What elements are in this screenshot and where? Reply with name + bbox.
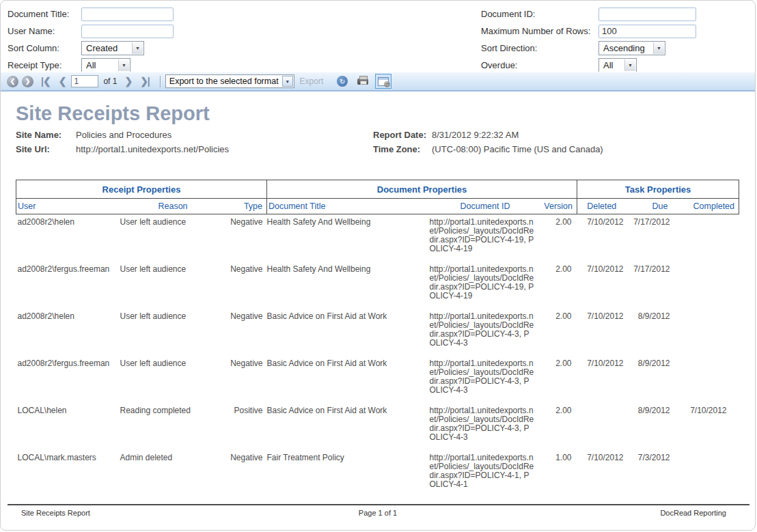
cell-version: 2.00	[541, 403, 577, 450]
column-header-row: User Reason Type Document Title Document…	[16, 199, 739, 214]
table-row: ad2008r2\helen User left audience Negati…	[16, 309, 739, 356]
cell-document-title: Basic Advice on First Aid at Work	[267, 309, 430, 356]
report-toolbar: ❮ ❯ |❮ ❮ of 1 ❯ ❯| Export to the selecte…	[1, 72, 755, 92]
sort-direction-select[interactable]: Ascending ▼	[598, 41, 665, 55]
previous-page-icon: ❮	[59, 76, 66, 87]
cell-type: Negative	[226, 262, 267, 309]
export-format-select[interactable]: Export to the selected format ▼	[165, 74, 294, 88]
table-row: LOCAL\helen Reading completed Positive B…	[16, 403, 739, 450]
cell-reason: Reading completed	[120, 403, 226, 450]
cell-completed	[672, 450, 739, 497]
receipt-type-select[interactable]: All ▼	[81, 58, 130, 72]
last-page-icon: ❯|	[140, 76, 150, 87]
cell-completed	[672, 309, 739, 356]
report-viewer-page: Document Title: User Name: Sort Column: …	[0, 0, 756, 531]
cell-type: Negative	[226, 309, 267, 356]
first-page-button[interactable]: |❮	[41, 76, 51, 87]
max-rows-label: Maximum Number of Rows:	[481, 26, 598, 36]
cell-deleted	[577, 403, 627, 450]
sort-column-label: Sort Column:	[8, 43, 81, 53]
group-receipt-properties: Receipt Properties	[16, 180, 267, 199]
next-page-button[interactable]: ❯	[124, 76, 132, 87]
group-task-properties: Task Properties	[577, 180, 739, 199]
page-count-label: of 1	[103, 76, 117, 86]
cell-document-id: http://portal1.unitedexports.net/Policie…	[430, 450, 541, 497]
report-date-value: 8/31/2012 9:22:32 AM	[432, 130, 519, 140]
toolbar-separator	[160, 76, 161, 87]
cell-type: Negative	[226, 356, 267, 403]
parameter-panel-left: Document Title: User Name: Sort Column: …	[8, 5, 174, 74]
overdue-select[interactable]: All ▼	[598, 58, 637, 72]
last-page-button[interactable]: ❯|	[140, 76, 150, 87]
footer-page-number: Page 1 of 1	[1, 509, 755, 517]
back-button[interactable]: ❮	[7, 76, 18, 87]
cell-version: 1.00	[541, 450, 577, 497]
cell-user: ad2008r2\fergus.freeman	[16, 356, 120, 403]
cell-deleted: 7/10/2012	[577, 214, 627, 262]
cell-version: 2.00	[541, 262, 577, 309]
forward-button[interactable]: ❯	[22, 76, 33, 87]
cell-document-title: Health Safety And Wellbeing	[267, 262, 430, 309]
column-header-type: Type	[226, 199, 267, 214]
cell-user: ad2008r2\fergus.freeman	[16, 262, 120, 309]
cell-document-title: Basic Advice on First Aid at Work	[267, 403, 430, 450]
cell-document-id: http://portal1.unitedexports.net/Policie…	[430, 262, 541, 309]
cell-due: 8/9/2012	[627, 356, 672, 403]
cell-document-id: http://portal1.unitedexports.net/Policie…	[430, 356, 541, 403]
column-header-deleted: Deleted	[577, 199, 627, 214]
overdue-value: All	[603, 60, 613, 70]
cell-completed	[672, 356, 739, 403]
footer-branding: DocRead Reporting	[660, 509, 726, 517]
cell-document-id: http://portal1.unitedexports.net/Policie…	[430, 309, 541, 356]
site-url-value: http://portal1.unitedexports.net/Policie…	[76, 144, 373, 154]
cell-reason: User left audience	[120, 309, 226, 356]
time-zone-value: (UTC-08:00) Pacific Time (US and Canada)	[432, 144, 603, 154]
site-name-value: Policies and Procedures	[76, 130, 373, 140]
page-number-input[interactable]	[71, 75, 98, 87]
web-archive-icon: @	[378, 77, 389, 86]
footer-divider	[8, 504, 749, 505]
print-button[interactable]	[355, 74, 371, 89]
max-rows-input[interactable]	[598, 25, 696, 38]
group-header-row: Receipt Properties Document Properties T…	[16, 180, 739, 199]
chevron-down-icon: ▼	[624, 59, 635, 71]
document-id-input[interactable]	[598, 8, 696, 21]
cell-user: ad2008r2\helen	[16, 309, 120, 356]
user-name-input[interactable]	[81, 25, 174, 38]
cell-deleted: 7/10/2012	[577, 450, 627, 497]
document-title-input[interactable]	[81, 8, 174, 21]
receipt-type-value: All	[86, 60, 96, 70]
column-header-document-id: Document ID	[430, 199, 541, 214]
cell-document-id: http://portal1.unitedexports.net/Policie…	[430, 403, 541, 450]
cell-document-title: Fair Treatment Policy	[267, 450, 430, 497]
chevron-down-icon: ▼	[132, 42, 143, 54]
export-button[interactable]: Export	[300, 76, 324, 86]
cell-deleted: 7/10/2012	[577, 356, 627, 403]
sort-direction-label: Sort Direction:	[481, 43, 598, 53]
cell-reason: User left audience	[120, 262, 226, 309]
table-row: LOCAL\mark.masters Admin deleted Negativ…	[16, 450, 739, 497]
report-title: Site Receipts Report	[16, 102, 210, 125]
sort-column-select[interactable]: Created ▼	[81, 41, 144, 55]
site-url-label: Site Url:	[16, 144, 76, 154]
cell-document-title: Health Safety And Wellbeing	[267, 214, 430, 262]
refresh-button[interactable]: ↻	[334, 74, 350, 89]
user-name-label: User Name:	[8, 26, 81, 36]
column-header-document-title: Document Title	[267, 199, 430, 214]
cell-document-id: http://portal1.unitedexports.net/Policie…	[430, 214, 541, 262]
table-row: ad2008r2\fergus.freeman User left audien…	[16, 356, 739, 403]
previous-page-button[interactable]: ❮	[59, 76, 66, 87]
cell-reason: Admin deleted	[120, 450, 226, 497]
cell-reason: User left audience	[120, 214, 226, 262]
cell-completed	[672, 262, 739, 309]
forward-icon: ❯	[25, 78, 31, 85]
cell-version: 2.00	[541, 309, 577, 356]
cell-due: 8/9/2012	[627, 403, 672, 450]
cell-type: Negative	[226, 450, 267, 497]
group-document-properties: Document Properties	[267, 180, 577, 199]
web-archive-button[interactable]: @	[375, 74, 391, 89]
document-title-label: Document Title:	[8, 9, 81, 19]
chevron-down-icon: ▼	[118, 59, 129, 71]
table-row: ad2008r2\fergus.freeman User left audien…	[16, 262, 739, 309]
cell-due: 7/17/2012	[627, 214, 672, 262]
